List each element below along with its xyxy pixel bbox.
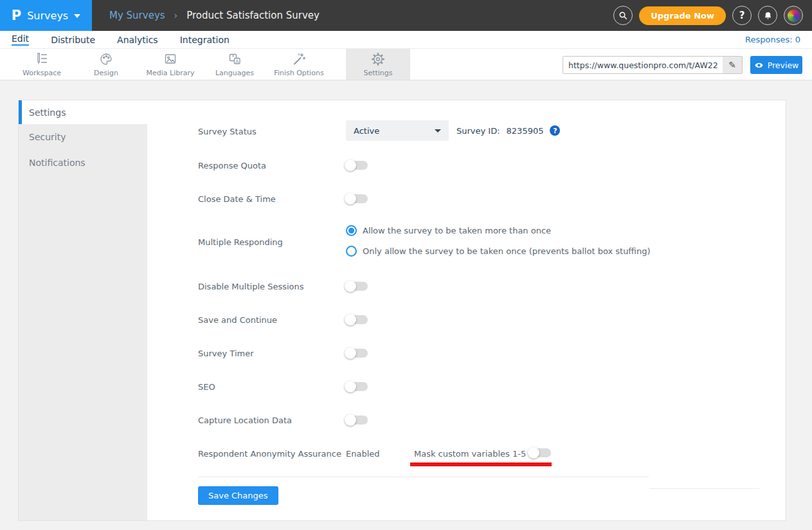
search-icon[interactable] [613, 6, 633, 25]
survey-timer-label: Survey Timer [198, 349, 254, 358]
palette-icon [98, 51, 114, 67]
upgrade-now-button[interactable]: Upgrade Now [639, 6, 726, 25]
breadcrumb-survey-title: Product Satisfaction Survey [186, 10, 320, 21]
image-icon [163, 51, 178, 67]
divider [198, 477, 649, 477]
survey-timer-toggle[interactable] [346, 349, 368, 358]
response-quota-toggle[interactable] [346, 161, 368, 170]
workspace-icon [34, 51, 50, 67]
divider [649, 488, 760, 489]
survey-url-field: ✎ [563, 56, 743, 74]
red-highlight-bar [410, 462, 552, 466]
multiple-responding-option-1[interactable]: Allow the survey to be taken more than o… [346, 225, 551, 236]
radio-selected-icon[interactable] [346, 225, 357, 236]
avatar-logo [788, 10, 800, 22]
mask-variables-label: Mask custom variables 1-5 [414, 449, 526, 459]
top-bar-actions: Upgrade Now ? [613, 0, 803, 31]
close-date-label: Close Date & Time [198, 194, 276, 204]
help-icon[interactable]: ? [732, 6, 752, 25]
save-changes-button[interactable]: Save Changes [198, 486, 278, 505]
survey-nav: Edit Distribute Analytics Integration Re… [0, 31, 812, 49]
survey-id-help-icon[interactable]: ? [550, 125, 560, 136]
survey-status-label: Survey Status [198, 127, 257, 136]
anonymity-status: Enabled [346, 449, 380, 459]
tab-analytics[interactable]: Analytics [117, 35, 158, 45]
save-and-continue-toggle[interactable] [346, 315, 368, 324]
translate-icon: *A [227, 51, 242, 67]
tab-edit[interactable]: Edit [12, 33, 29, 46]
sidebar-item-security[interactable]: Security [19, 124, 147, 150]
survey-id-label: Survey ID: [456, 126, 500, 136]
gear-icon [370, 51, 386, 67]
toolbar-design[interactable]: Design [74, 49, 138, 80]
seo-label: SEO [198, 382, 215, 392]
preview-button[interactable]: Preview [750, 56, 802, 74]
disable-multiple-sessions-toggle[interactable] [346, 282, 368, 291]
capture-location-label: Capture Location Data [198, 416, 292, 425]
response-quota-label: Response Quota [198, 161, 266, 170]
product-name: Surveys [27, 10, 68, 22]
eye-icon [754, 60, 764, 70]
breadcrumb: My Surveys › Product Satisfaction Survey [109, 0, 320, 31]
toolbar-settings[interactable]: Settings [346, 49, 410, 80]
edit-url-icon[interactable]: ✎ [723, 57, 742, 73]
toolbar-workspace[interactable]: Workspace [10, 49, 74, 80]
tab-integration[interactable]: Integration [180, 35, 230, 45]
multiple-responding-label: Multiple Responding [198, 237, 283, 247]
svg-text:*: * [232, 55, 235, 60]
seo-toggle[interactable] [346, 382, 368, 391]
mask-variables-toggle[interactable] [529, 448, 551, 457]
questionpro-logo-icon: P [12, 9, 21, 23]
top-bar: P Surveys My Surveys › Product Satisfact… [0, 0, 812, 31]
breadcrumb-separator: › [174, 10, 178, 21]
sidebar-item-notifications[interactable]: Notifications [19, 150, 147, 176]
close-date-toggle[interactable] [346, 194, 368, 203]
anonymity-label: Respondent Anonymity Assurance [198, 449, 341, 459]
radio-unselected-icon[interactable] [346, 246, 357, 257]
survey-id-group: Survey ID: 8235905 ? [456, 125, 560, 136]
product-switcher[interactable]: P Surveys [0, 0, 92, 31]
save-and-continue-label: Save and Continue [198, 315, 277, 325]
disable-multiple-sessions-label: Disable Multiple Sessions [198, 282, 304, 291]
sidebar-item-settings[interactable]: Settings [19, 100, 147, 124]
breadcrumb-my-surveys[interactable]: My Surveys [109, 10, 165, 21]
responses-count[interactable]: Responses: 0 [745, 35, 800, 44]
toolbar-languages[interactable]: *A Languages [203, 49, 267, 80]
toolbar-media-library[interactable]: Media Library [138, 49, 203, 80]
multiple-responding-option-2[interactable]: Only allow the survey to be taken once (… [346, 246, 651, 257]
survey-status-select[interactable]: Active [346, 120, 449, 141]
toolbar-finish-options[interactable]: Finish Options [267, 49, 331, 80]
avatar[interactable] [784, 6, 803, 25]
chevron-down-icon [74, 14, 80, 18]
tab-distribute[interactable]: Distribute [51, 35, 95, 45]
wand-icon [291, 51, 307, 67]
app-window: P Surveys My Surveys › Product Satisfact… [0, 0, 812, 530]
capture-location-toggle[interactable] [346, 416, 368, 425]
settings-sidebar: Settings Security Notifications [19, 100, 147, 520]
survey-url-input[interactable] [563, 57, 723, 73]
svg-text:A: A [235, 59, 239, 64]
bell-icon[interactable] [758, 6, 777, 25]
settings-panel: Settings Security Notifications Survey S… [18, 100, 786, 521]
edit-toolbar: Workspace Design Media Library *A Langua… [0, 49, 812, 80]
survey-id-value: 8235905 [507, 126, 544, 136]
chevron-down-icon [435, 129, 441, 132]
